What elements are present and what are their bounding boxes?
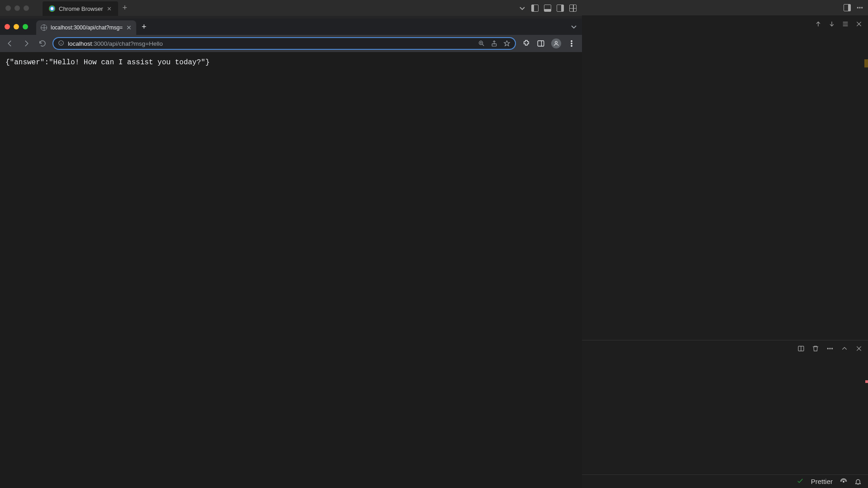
chrome-window: localhost:3000/api/chat?msg= ✕ + [0,19,582,488]
layout-panel-bottom-icon[interactable] [544,5,551,12]
chevron-up-icon[interactable] [841,345,848,352]
svg-rect-9 [538,41,544,46]
terminal-scroll-marker [865,380,868,383]
layout-grid-icon[interactable] [569,5,577,12]
reload-button[interactable] [36,39,49,48]
site-info-icon[interactable] [58,40,64,48]
close-search-icon[interactable] [855,20,863,28]
terminal-panel-bar [582,340,868,357]
trash-icon[interactable] [812,345,819,352]
svg-point-16 [859,7,860,8]
more-icon[interactable] [826,345,834,352]
forward-button[interactable] [20,39,33,48]
broadcast-icon[interactable] [840,478,847,485]
svg-marker-8 [504,41,510,46]
address-bar[interactable]: localhost:3000/api/chat?msg=Hello [52,37,516,50]
profile-avatar-icon[interactable] [551,38,561,48]
chrome-tab[interactable]: localhost:3000/api/chat?msg= ✕ [36,20,136,35]
search-results-bar [582,16,868,32]
chrome-zoom-icon[interactable] [23,24,28,29]
page-content: {"answer":"Hello! How can I assist you t… [0,52,582,488]
svg-line-4 [482,44,484,46]
url-path: :3000/api/chat?msg=Hello [92,40,162,47]
svg-point-15 [857,7,858,8]
chrome-tab-title: localhost:3000/api/chat?msg= [51,24,123,31]
svg-point-13 [571,43,572,44]
vscode-tab-title: Chrome Browser [59,5,103,12]
layout-panel-right-icon[interactable] [557,5,564,12]
chrome-new-tab-button[interactable]: + [142,22,147,32]
arrow-up-icon[interactable] [815,20,822,28]
chrome-tab-strip: localhost:3000/api/chat?msg= ✕ + [0,19,582,35]
extensions-icon[interactable] [522,39,530,48]
close-panel-icon[interactable] [855,345,863,352]
vscode-new-tab-button[interactable]: + [123,3,128,13]
svg-point-27 [827,348,828,349]
terminal-area[interactable] [582,357,868,474]
list-icon[interactable] [842,20,849,28]
editor-right-pane: Prettier [582,0,868,488]
chrome-tabs-dropdown-icon[interactable] [570,23,577,30]
back-button[interactable] [4,39,16,48]
traffic-minimize-icon [14,5,20,11]
traffic-zoom-icon [24,5,29,11]
chrome-minimize-icon[interactable] [14,24,19,29]
globe-icon [41,24,47,31]
svg-point-28 [830,348,830,349]
status-bar: Prettier [582,474,868,488]
tabs-chevron-down-icon[interactable] [519,5,526,12]
vscode-title-bar: Chrome Browser ✕ + [0,0,582,16]
status-prettier[interactable]: Prettier [811,478,833,485]
chrome-toolbar: localhost:3000/api/chat?msg=Hello [0,35,582,52]
side-panel-icon[interactable] [537,39,545,48]
minimap-marker [864,59,868,67]
check-icon [796,477,804,486]
url-host: localhost [68,40,92,47]
bookmark-star-icon[interactable] [503,40,510,47]
traffic-close-icon [5,5,11,11]
share-icon[interactable] [491,40,498,47]
svg-point-32 [843,481,844,482]
svg-point-29 [832,348,833,349]
chrome-favicon-icon [49,5,55,12]
svg-point-14 [571,45,572,46]
vscode-traffic-lights [5,5,29,11]
more-actions-icon[interactable] [856,4,863,11]
svg-point-12 [571,41,572,42]
url-text: localhost:3000/api/chat?msg=Hello [68,40,163,47]
vscode-tab-chrome[interactable]: Chrome Browser ✕ [43,1,118,16]
svg-point-17 [862,7,863,8]
panel-split-icon[interactable] [797,345,805,352]
chrome-traffic-lights [5,24,28,29]
editor-body [582,32,868,340]
chrome-tab-close-icon[interactable]: ✕ [126,24,132,31]
vscode-tab-close-icon[interactable]: ✕ [107,5,112,12]
layout-panel-left-icon[interactable] [531,5,539,12]
arrow-down-icon[interactable] [828,20,835,28]
svg-point-11 [555,41,558,43]
toggle-panel-right-icon[interactable] [844,4,851,11]
zoom-icon[interactable] [478,40,485,47]
chrome-close-icon[interactable] [5,24,10,29]
bell-icon[interactable] [854,478,862,485]
right-top-layout-bar [582,0,868,16]
chrome-menu-icon[interactable] [568,39,576,48]
